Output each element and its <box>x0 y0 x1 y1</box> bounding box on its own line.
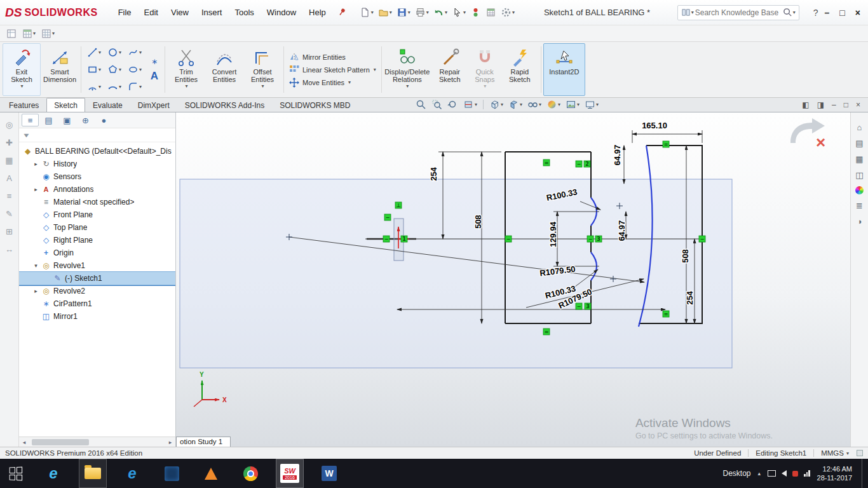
taskbar-app[interactable]: e <box>39 459 67 488</box>
ellipse-tool[interactable]: ▾ <box>125 62 145 78</box>
chevron-down-icon[interactable]: ▾ <box>98 50 101 55</box>
repair-sketch-button[interactable]: Repair Sketch <box>431 43 469 96</box>
trim-entities-button[interactable]: Trim Entities ▾ <box>167 43 205 96</box>
graphics-area[interactable]: ⊥−−1−=−2−3=−3==− 165.1064.97254508R100.3… <box>176 112 850 447</box>
taskbar-app[interactable] <box>236 459 264 488</box>
manager-tab[interactable]: ≡ <box>22 114 39 126</box>
manager-tab[interactable]: ⊕ <box>77 114 94 126</box>
tree-item[interactable]: ◇ Top Plane <box>19 221 175 234</box>
chevron-down-icon[interactable]: ▾ <box>119 84 121 90</box>
ribbon-tab[interactable]: Sketch <box>46 98 85 112</box>
task-pane-icon[interactable]: ◑ <box>857 217 862 226</box>
menu-item[interactable]: View <box>165 4 195 20</box>
chevron-down-icon[interactable]: ▾ <box>475 102 477 107</box>
line-tool[interactable]: ▾ <box>85 44 104 61</box>
move-entities-button[interactable]: Move Entities▾ <box>289 78 376 88</box>
search-input[interactable] <box>694 8 783 18</box>
menu-item[interactable]: Edit <box>138 4 165 20</box>
expand-arrow-icon[interactable]: ▾ <box>33 262 39 269</box>
undo-button[interactable]: ▾ <box>432 6 449 19</box>
sketch-canvas[interactable]: ⊥−−1−=−2−3=−3==− 165.1064.97254508R100.3… <box>176 112 850 447</box>
section-view-button[interactable]: ▾ <box>462 98 478 111</box>
dimension-label[interactable]: 508 <box>681 249 690 263</box>
open-button[interactable]: ▾ <box>377 6 393 19</box>
select-cursor-button[interactable]: ▾ <box>451 6 467 19</box>
text-tool[interactable]: A <box>151 70 158 83</box>
left-toolbar-icon[interactable]: ↔ <box>5 245 13 254</box>
chevron-down-icon[interactable]: ▾ <box>119 67 121 72</box>
linear-sketch-pattern-button[interactable]: Linear Sketch Pattern▾ <box>289 65 376 75</box>
schema-button[interactable]: ▾ <box>40 28 56 39</box>
previous-view-button[interactable] <box>446 98 459 111</box>
dimension-label[interactable]: 64.97 <box>613 145 622 166</box>
zoom-to-area-button[interactable] <box>430 98 444 111</box>
task-pane-icon[interactable]: ⌂ <box>857 123 862 132</box>
ribbon-tab[interactable]: Evaluate <box>85 98 130 112</box>
chevron-down-icon[interactable]: ▾ <box>185 83 187 89</box>
quick-snaps-button[interactable]: Quick Snaps ▾ <box>469 43 501 96</box>
tree-root-item[interactable]: ◆ BALL BEARING (Default<<Default>_Dis <box>19 145 175 158</box>
left-toolbar-icon[interactable]: ▦ <box>5 156 13 165</box>
volume-tray-icon[interactable] <box>782 470 787 477</box>
fillet-tool[interactable]: ▾ <box>125 79 145 95</box>
desktop-label[interactable]: Desktop <box>722 469 750 478</box>
tree-item[interactable]: ≡ Material <not specified> <box>19 196 175 208</box>
chevron-down-icon[interactable]: ▾ <box>512 10 515 15</box>
ribbon-tab[interactable]: DimXpert <box>130 98 177 112</box>
chevron-down-icon[interactable]: ▾ <box>463 10 466 15</box>
chevron-down-icon[interactable]: ▾ <box>406 83 409 89</box>
scroll-left-arrow[interactable]: ◂ <box>19 439 29 445</box>
expand-arrow-icon[interactable]: ▸ <box>33 288 39 294</box>
ribbon-tab[interactable]: SOLIDWORKS MBD <box>272 98 358 112</box>
notification-tray-icon[interactable] <box>792 471 798 477</box>
print-button[interactable]: ▾ <box>414 6 430 19</box>
tree-item[interactable]: + Origin <box>19 247 175 259</box>
taskbar-app[interactable] <box>158 459 186 488</box>
hide-show-items-button[interactable]: ▾ <box>526 98 543 111</box>
chevron-down-icon[interactable]: ▾ <box>374 67 376 72</box>
chevron-down-icon[interactable]: ▾ <box>558 102 560 107</box>
options-gear-button[interactable]: ▾ <box>499 6 516 19</box>
taskbar-app[interactable]: W <box>315 459 343 488</box>
doc-restore-button[interactable]: □ <box>844 100 848 109</box>
polygon-tool[interactable]: ▾ <box>105 62 125 78</box>
tree-item[interactable]: ◇ Right Plane <box>19 234 175 247</box>
menu-item[interactable]: Help <box>302 4 332 20</box>
menu-item[interactable]: File <box>112 4 138 20</box>
view-settings-button[interactable]: ▾ <box>583 98 600 111</box>
left-toolbar-icon[interactable]: A <box>6 173 12 183</box>
show-desktop-button[interactable] <box>862 459 865 488</box>
show-hidden-icons-button[interactable]: ▴ <box>758 470 761 477</box>
maximize-button[interactable]: □ <box>839 8 844 18</box>
collapse-right-pane-button[interactable]: ◨ <box>817 100 824 109</box>
taskbar-app[interactable]: e <box>118 459 146 488</box>
tree-item[interactable]: ▸ ◎ Revolve2 <box>19 285 175 297</box>
dimension-label[interactable]: 254 <box>429 166 438 180</box>
chevron-down-icon[interactable]: ▾ <box>52 30 55 36</box>
taskbar-app[interactable] <box>79 459 107 488</box>
edit-appearance-button[interactable]: ▾ <box>545 98 562 111</box>
tree-item[interactable]: ◫ Mirror1 <box>19 310 175 323</box>
chevron-down-icon[interactable]: ▾ <box>348 79 351 85</box>
save-button[interactable]: ▾ <box>395 6 412 19</box>
help-button[interactable]: ? <box>813 8 818 18</box>
tree-item[interactable]: ▾ ◎ Revolve1 <box>19 259 175 272</box>
panel-scrollbar[interactable]: ◂ ▸ <box>19 437 175 447</box>
left-toolbar-icon[interactable]: ✚ <box>6 138 13 147</box>
chevron-down-icon[interactable]: ▾ <box>119 50 121 55</box>
taskbar-clock[interactable]: 12:46 AM 28-11-2017 <box>817 464 852 483</box>
start-button[interactable] <box>0 459 31 488</box>
chevron-down-icon[interactable]: ▾ <box>139 50 142 55</box>
chevron-down-icon[interactable]: ▾ <box>139 84 142 90</box>
display-style-button[interactable]: ▾ <box>507 98 524 111</box>
menu-item[interactable]: Insert <box>195 4 229 20</box>
left-toolbar-icon[interactable]: ⊞ <box>6 227 13 236</box>
three-point-arc-tool[interactable]: ▾ <box>105 79 125 95</box>
tag-icon[interactable] <box>857 450 863 456</box>
ribbon-tab[interactable]: SOLIDWORKS Add-Ins <box>177 98 272 112</box>
chevron-down-icon[interactable]: ▾ <box>33 30 36 36</box>
arc-tool[interactable]: ▾ <box>85 79 104 95</box>
task-pane-icon[interactable]: ▤ <box>855 139 863 148</box>
display-delete-relations-button[interactable]: Display/Delete Relations ▾ <box>384 43 431 96</box>
rapid-sketch-button[interactable]: Rapid Sketch <box>501 43 539 96</box>
